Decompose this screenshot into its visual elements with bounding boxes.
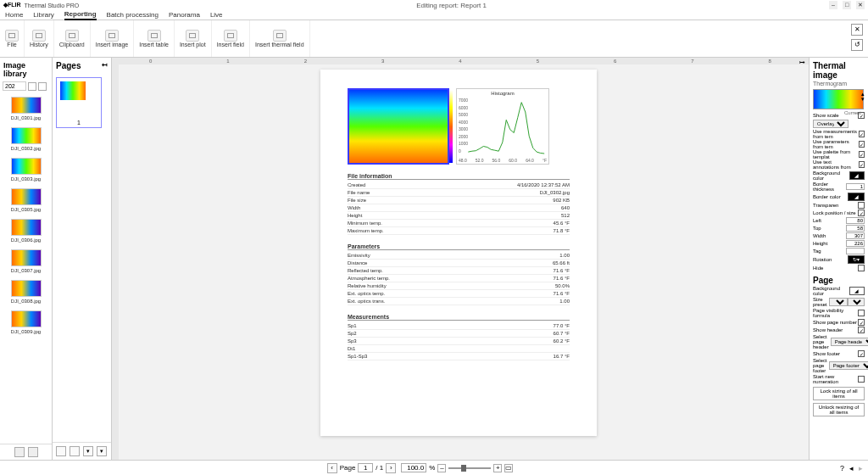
page-prev-button[interactable]: ‹ xyxy=(327,463,337,473)
menu-tab-batch-processing[interactable]: Batch processing xyxy=(107,11,159,20)
thermal-image[interactable] xyxy=(348,88,449,165)
parameter-row: Distance65.66 ft xyxy=(348,260,570,267)
top-label: Top xyxy=(813,226,821,231)
report-page[interactable]: Histogram 70006000500040003000200010000 … xyxy=(320,70,597,436)
ribbon-insert-image[interactable]: Insert image xyxy=(91,20,135,57)
size-preset-orient[interactable]: Port xyxy=(848,298,865,306)
height-label: Height xyxy=(813,241,827,246)
page-duplicate-button[interactable] xyxy=(70,446,80,456)
zoom-in-button[interactable]: + xyxy=(493,464,502,472)
pages-collapse-icon[interactable]: ↤ xyxy=(102,61,108,70)
image-thumb[interactable]: DJI_0305.jpg xyxy=(0,185,52,215)
unlock-all-button[interactable]: Unlock resizing of all items xyxy=(813,403,865,416)
check-use-palette-from-templat[interactable] xyxy=(859,151,865,158)
list-view-icon[interactable] xyxy=(28,82,36,91)
show-footer-checkbox[interactable] xyxy=(858,350,865,357)
zoom-fit-button[interactable]: ▭ xyxy=(504,464,513,472)
select-header-dropdown[interactable]: Page heade xyxy=(831,338,868,346)
border-color-swatch[interactable]: ◢ xyxy=(848,193,865,201)
fileinfo-row: Created4/16/2020 12:37:52 AM xyxy=(348,182,570,189)
zoom-out-button[interactable]: – xyxy=(437,464,446,472)
check-use-parameters-from-tem[interactable] xyxy=(859,141,865,148)
zoom-slider[interactable] xyxy=(448,467,491,469)
file-icon xyxy=(5,30,19,42)
lock-pos-checkbox[interactable] xyxy=(858,210,865,216)
thumb-filename: DJI_0307.jpg xyxy=(11,268,41,273)
ribbon-label: Insert plot xyxy=(180,42,206,48)
page-thumbnail[interactable]: 1 xyxy=(56,77,102,128)
library-action-2[interactable] xyxy=(28,447,38,457)
canvas-expand-icon[interactable]: ↦ xyxy=(799,59,805,66)
ribbon-reset-button[interactable]: ↺ xyxy=(851,39,863,51)
close-window-button[interactable]: ✕ xyxy=(856,1,865,9)
ribbon-insert-field[interactable]: Insert field xyxy=(212,20,250,57)
maximize-button[interactable]: □ xyxy=(843,1,851,9)
border-thickness-input[interactable] xyxy=(846,183,865,190)
ribbon-clipboard[interactable]: Clipboard xyxy=(54,20,91,57)
library-action-1[interactable] xyxy=(14,447,25,457)
ribbon-close-button[interactable]: ✕ xyxy=(851,24,863,36)
help-icon[interactable]: ? xyxy=(840,464,844,472)
select-footer-dropdown[interactable]: Page footer xyxy=(829,361,868,370)
show-scale-select[interactable]: Overlay xyxy=(813,120,849,128)
zoom-input[interactable] xyxy=(401,463,426,472)
horizontal-ruler: 012345678 xyxy=(112,58,809,64)
histogram-plot[interactable]: Histogram 70006000500040003000200010000 … xyxy=(456,88,549,165)
page-add-dropdown[interactable] xyxy=(97,446,107,456)
image-thumb[interactable]: DJI_0302.jpg xyxy=(0,124,52,154)
image-thumb[interactable]: DJI_0309.jpg xyxy=(0,307,52,338)
image-thumb[interactable]: DJI_0307.jpg xyxy=(0,246,52,277)
ribbon-insert-thermal-field[interactable]: Insert thermal field xyxy=(250,20,310,57)
top-input[interactable] xyxy=(846,225,865,232)
image-thumb[interactable]: DJI_0306.jpg xyxy=(0,215,52,246)
check-use-measurements-from-tem[interactable] xyxy=(859,131,865,137)
page-export-button[interactable] xyxy=(56,446,66,456)
ribbon-insert-plot[interactable]: Insert plot xyxy=(175,20,212,57)
page-vis-button[interactable] xyxy=(858,310,865,316)
ribbon-file[interactable]: File xyxy=(0,20,25,57)
image-thumb[interactable]: DJI_0308.jpg xyxy=(0,277,52,307)
menu-tab-reporting[interactable]: Reporting xyxy=(64,10,97,20)
image-thumb[interactable]: DJI_0301.jpg xyxy=(0,93,52,124)
image-search-input[interactable] xyxy=(3,81,26,91)
hide-checkbox[interactable] xyxy=(858,265,865,271)
left-input[interactable] xyxy=(846,217,865,224)
fileinfo-row: File nameDJI_0302.jpg xyxy=(348,189,570,197)
thumb-filename: DJI_0309.jpg xyxy=(11,329,41,334)
width-input[interactable] xyxy=(846,232,865,239)
page-bg-swatch[interactable]: ◢ xyxy=(849,287,865,295)
undo-nav-icon[interactable]: ◂ xyxy=(849,464,854,472)
parameter-row: Relative humidity50.0% xyxy=(348,282,570,290)
menu-tab-panorama[interactable]: Panorama xyxy=(169,11,200,20)
redo-nav-icon[interactable]: ▸ xyxy=(859,464,863,472)
menu-tab-live[interactable]: Live xyxy=(210,11,223,20)
rotation-button[interactable]: ↻▾ xyxy=(848,255,865,264)
lock-all-button[interactable]: Lock sizing of all items xyxy=(813,387,865,400)
check-use-text-annotations-from[interactable] xyxy=(859,161,865,168)
transparent-checkbox[interactable] xyxy=(858,202,865,209)
preview-down-icon[interactable]: ▾ xyxy=(861,97,865,102)
page-options-dropdown[interactable] xyxy=(83,446,93,456)
tag-input[interactable] xyxy=(846,248,865,254)
ribbon: FileHistoryClipboardInsert imageInsert t… xyxy=(0,20,868,58)
size-preset-size[interactable]: Letter xyxy=(829,298,848,306)
show-page-num-checkbox[interactable] xyxy=(858,319,865,326)
bg-color-swatch[interactable]: ◢ xyxy=(849,171,865,180)
page-vis-label: Page visibility formula xyxy=(813,308,858,318)
ribbon-insert-table[interactable]: Insert table xyxy=(134,20,175,57)
height-input[interactable] xyxy=(846,240,865,247)
grid-view-icon[interactable] xyxy=(38,82,47,91)
menu-tab-home[interactable]: Home xyxy=(5,11,23,20)
left-label: Left xyxy=(813,218,821,223)
start-num-checkbox[interactable] xyxy=(858,376,865,383)
menu-tab-library[interactable]: Library xyxy=(33,11,53,20)
page-next-button[interactable]: › xyxy=(386,463,396,473)
show-header-checkbox[interactable] xyxy=(858,327,865,333)
parameter-row: Reflected temp.71.6 °F xyxy=(348,267,570,275)
image-thumb[interactable]: DJI_0303.jpg xyxy=(0,154,52,185)
ribbon-history[interactable]: History xyxy=(25,20,54,57)
parameter-row: Emissivity1.00 xyxy=(348,252,570,260)
minimize-button[interactable]: – xyxy=(829,1,837,9)
thermogram-preview[interactable]: ▴▾ Current xyxy=(813,89,864,109)
page-current-input[interactable] xyxy=(358,463,373,472)
